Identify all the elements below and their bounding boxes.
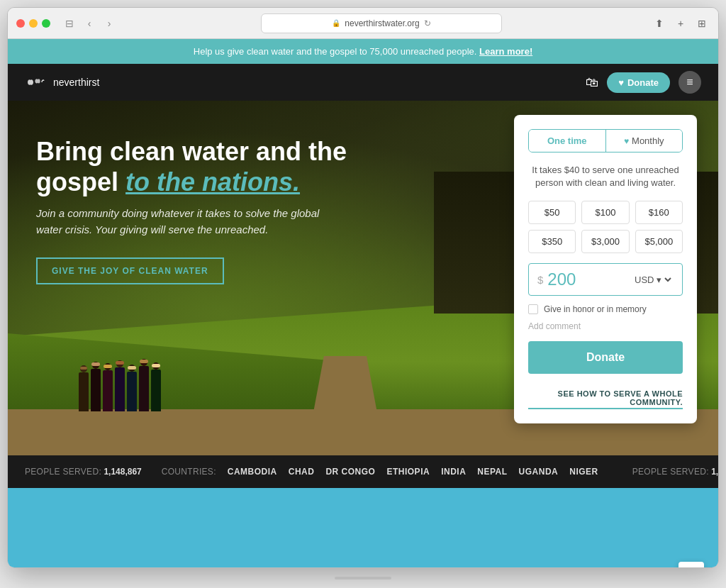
person-1	[79, 372, 89, 411]
person-5	[127, 372, 137, 411]
browser-controls: ⊟ ‹ ›	[62, 16, 117, 31]
honor-row: Give in honor or in memory	[528, 304, 683, 314]
country-niger: NIGER	[569, 467, 598, 477]
people-served-label-2: PEOPLE SERVED:	[632, 467, 709, 477]
donate-nav-label: Donate	[627, 77, 659, 88]
people-group	[79, 366, 161, 411]
people-served-label: PEOPLE SERVED:	[25, 467, 101, 477]
page-content: Help us give clean water and the gospel …	[8, 39, 718, 567]
amount-100[interactable]: $100	[581, 201, 629, 224]
countries-label: COUNTRIES:	[162, 467, 216, 477]
amount-grid: $50 $100 $160 $350 $3,000 $5,000	[528, 201, 683, 253]
stat-people-served-2: PEOPLE SERVED: 1,148,867	[632, 467, 718, 477]
hero-section: Bring clean water and the gospel to the …	[8, 101, 718, 455]
country-ethiopia: ETHIOPIA	[386, 467, 430, 477]
honor-checkbox[interactable]	[528, 304, 538, 314]
new-tab-button[interactable]: +	[673, 16, 688, 31]
browser-titlebar: ⊟ ‹ › 🔒 neverthirstwater.org ↻ ⬆ + ⊞	[8, 8, 718, 39]
heart-icon-monthly: ♥	[624, 136, 629, 146]
donate-button[interactable]: Donate	[528, 341, 683, 374]
person-6	[139, 366, 149, 411]
person-3	[103, 370, 113, 411]
sidebar-toggle[interactable]: ⊟	[62, 16, 77, 31]
traffic-lights	[16, 19, 50, 28]
top-banner: Help us give clean water and the gospel …	[8, 39, 718, 64]
monthly-tab-label: Monthly	[632, 135, 664, 146]
hero-content: Bring clean water and the gospel to the …	[8, 101, 375, 320]
logo-text: neverthirst	[53, 77, 99, 88]
amount-input[interactable]	[547, 270, 627, 289]
cart-icon[interactable]: 🛍	[586, 75, 598, 90]
stat-people-served: PEOPLE SERVED: 1,148,867	[25, 467, 142, 477]
refresh-icon[interactable]: ↻	[424, 18, 431, 28]
minimize-button[interactable]	[29, 19, 38, 28]
banner-text: Help us give clean water and the gospel …	[194, 46, 477, 57]
grid-button[interactable]: ⊞	[694, 16, 710, 31]
hero-title-line2: gospel	[36, 167, 125, 196]
scrollbar-hint	[335, 577, 391, 579]
banner-link[interactable]: Learn more!	[479, 46, 532, 57]
country-nepal: NEPAL	[477, 467, 507, 477]
amount-50[interactable]: $50	[528, 201, 576, 224]
hero-title-link[interactable]: to the nations.	[125, 167, 300, 196]
custom-amount-row: $ USD ▾	[528, 263, 683, 296]
tab-monthly[interactable]: ♥ Monthly	[606, 130, 683, 152]
url-text: neverthirstwater.org	[345, 18, 419, 28]
country-india: INDIA	[441, 467, 466, 477]
currency-symbol: $	[537, 274, 543, 286]
nav-logo[interactable]: neverthirst	[25, 75, 99, 89]
nav-donate-button[interactable]: ♥ Donate	[607, 72, 670, 93]
tab-one-time[interactable]: One time	[529, 130, 606, 152]
menu-icon: ≡	[686, 76, 693, 89]
browser-actions: ⬆ + ⊞	[652, 16, 710, 31]
amount-5000[interactable]: $5,000	[635, 230, 683, 253]
person-7	[151, 370, 161, 411]
country-uganda: UGANDA	[519, 467, 559, 477]
nav-right: 🛍 ♥ Donate ≡	[586, 71, 701, 94]
donation-tabs: One time ♥ Monthly	[528, 129, 683, 152]
people-served-count: 1,148,867	[104, 467, 141, 477]
donation-card: One time ♥ Monthly It takes $40 to serve…	[514, 115, 697, 423]
back-button[interactable]: ‹	[82, 16, 97, 31]
hero-subtitle: Join a community doing whatever it takes…	[36, 206, 320, 238]
donation-description: It takes $40 to serve one unreached pers…	[528, 164, 683, 189]
community-link[interactable]: SEE HOW TO SERVE A WHOLE COMMUNITY.	[528, 389, 683, 409]
hero-title-line1: Bring clean water and the	[36, 137, 347, 166]
stats-bar: PEOPLE SERVED: 1,148,867 COUNTRIES: CAMB…	[8, 455, 718, 488]
address-bar-container: 🔒 neverthirstwater.org ↻	[123, 13, 640, 33]
menu-button[interactable]: ≡	[678, 71, 701, 94]
amount-160[interactable]: $160	[635, 201, 683, 224]
forward-button[interactable]: ›	[101, 16, 117, 31]
logo-icon	[25, 75, 48, 89]
maximize-button[interactable]	[42, 19, 50, 28]
below-fold-section: 💬	[8, 488, 718, 567]
share-button[interactable]: ⬆	[652, 16, 667, 31]
stat-countries: COUNTRIES: CAMBODIA CHAD DR CONGO ETHIOP…	[162, 467, 598, 477]
amount-3000[interactable]: $3,000	[581, 230, 629, 253]
people-served-count-2: 1,148,867	[711, 467, 718, 477]
person-4	[115, 367, 125, 411]
lock-icon: 🔒	[332, 19, 340, 27]
country-chad: CHAD	[289, 467, 315, 477]
honor-label: Give in honor or in memory	[544, 304, 647, 314]
currency-select[interactable]: USD ▾	[632, 274, 674, 286]
hero-cta-button[interactable]: GIVE THE JOY OF CLEAN WATER	[36, 257, 224, 284]
hero-title: Bring clean water and the gospel to the …	[36, 136, 347, 197]
amount-350[interactable]: $350	[528, 230, 576, 253]
person-2	[91, 369, 101, 411]
main-nav: neverthirst 🛍 ♥ Donate ≡	[8, 64, 718, 101]
add-comment[interactable]: Add comment	[528, 321, 683, 331]
country-drcongo: DR CONGO	[325, 467, 375, 477]
address-bar[interactable]: 🔒 neverthirstwater.org ↻	[261, 13, 502, 33]
heart-icon-nav: ♥	[618, 77, 624, 88]
chat-button[interactable]: 💬	[678, 562, 704, 567]
close-button[interactable]	[16, 19, 25, 28]
country-cambodia: CAMBODIA	[228, 467, 277, 477]
